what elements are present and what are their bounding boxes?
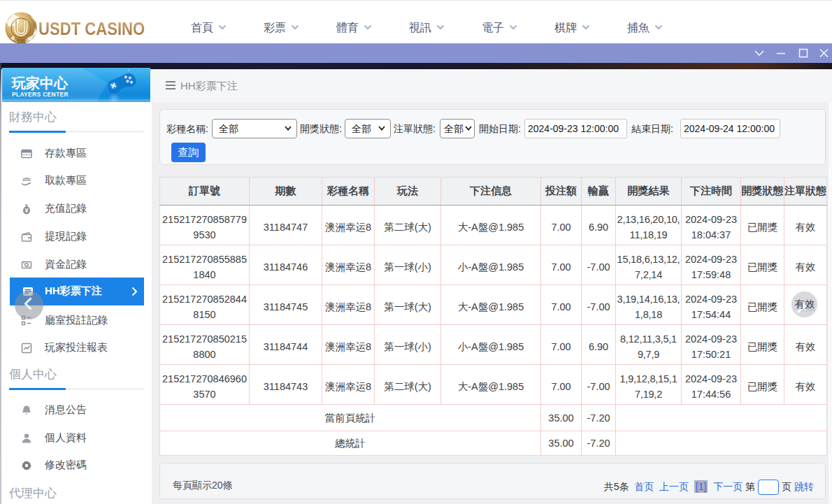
- svg-text:¥: ¥: [24, 207, 28, 214]
- svg-text:CASINO: CASINO: [14, 38, 28, 42]
